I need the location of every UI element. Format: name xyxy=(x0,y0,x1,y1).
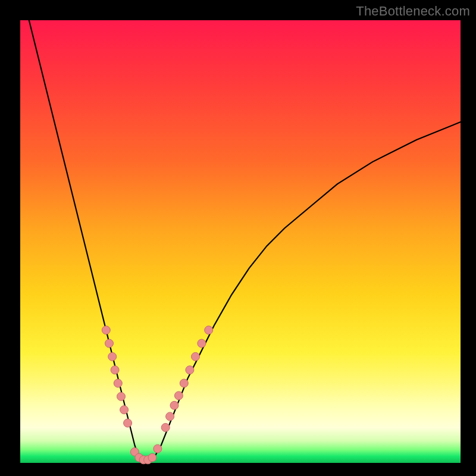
dot xyxy=(108,352,117,361)
curve-svg xyxy=(20,20,461,463)
dot xyxy=(154,444,162,453)
dot xyxy=(117,392,126,400)
dot xyxy=(198,339,206,347)
dot xyxy=(111,366,119,374)
dot xyxy=(148,453,156,462)
dot xyxy=(161,424,170,432)
dot xyxy=(120,406,129,414)
dot xyxy=(170,401,178,409)
dot xyxy=(114,379,122,387)
dot xyxy=(105,339,114,347)
dot xyxy=(180,379,188,387)
plot-area xyxy=(20,20,461,463)
dot xyxy=(205,326,213,334)
chart-frame: TheBottleneck.com xyxy=(0,0,476,476)
dot xyxy=(166,412,174,421)
dot xyxy=(186,366,194,374)
dot xyxy=(174,392,183,400)
watermark-label: TheBottleneck.com xyxy=(356,4,470,19)
dot xyxy=(102,326,110,334)
dot xyxy=(124,419,132,427)
bottleneck-curve xyxy=(29,20,461,463)
dot xyxy=(192,352,200,361)
highlight-dots xyxy=(102,326,212,464)
